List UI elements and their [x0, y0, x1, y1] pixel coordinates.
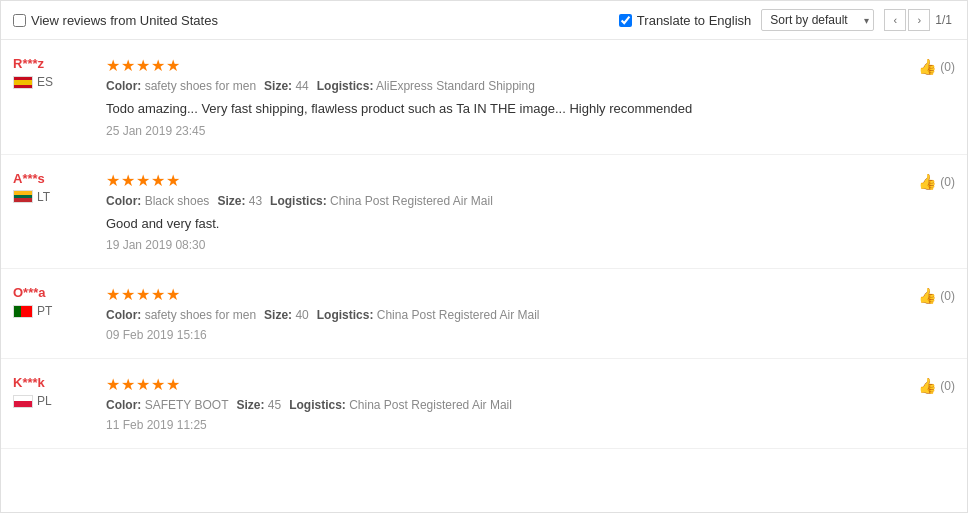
review-meta: Color: Black shoes Size: 43 Logistics: C…: [106, 194, 905, 208]
reviewer-country: PL: [13, 394, 98, 408]
review-meta: Color: SAFETY BOOT Size: 45 Logistics: C…: [106, 398, 905, 412]
toolbar-left: View reviews from United States: [13, 13, 619, 28]
size-label: Size: 40: [264, 308, 309, 322]
review-date: 09 Feb 2019 15:16: [106, 328, 905, 342]
like-button[interactable]: 👍 (0): [918, 287, 955, 305]
logistics-label: Logistics: AliExpress Standard Shipping: [317, 79, 535, 93]
reviewer-name: K***k: [13, 375, 98, 390]
star-4: ★: [151, 56, 165, 75]
sort-dropdown[interactable]: Sort by default Sort by time Sort by pos…: [761, 9, 874, 31]
star-2: ★: [121, 285, 135, 304]
next-page-button[interactable]: ›: [908, 9, 930, 31]
filter-checkbox[interactable]: [13, 14, 26, 27]
star-rating: ★★★★★: [106, 171, 905, 190]
star-1: ★: [106, 285, 120, 304]
translate-checkbox[interactable]: [619, 14, 632, 27]
star-2: ★: [121, 171, 135, 190]
like-button[interactable]: 👍 (0): [918, 377, 955, 395]
size-label: Size: 44: [264, 79, 309, 93]
like-area: 👍 (0): [905, 375, 955, 432]
like-area: 👍 (0): [905, 171, 955, 253]
flag-icon: [13, 395, 33, 408]
color-key: Color:: [106, 194, 141, 208]
logistics-label: Logistics: China Post Registered Air Mai…: [317, 308, 540, 322]
color-label: Color: safety shoes for men: [106, 79, 256, 93]
like-button[interactable]: 👍 (0): [918, 58, 955, 76]
thumb-icon: 👍: [918, 173, 937, 191]
translate-label[interactable]: Translate to English: [619, 13, 751, 28]
color-label: Color: Black shoes: [106, 194, 209, 208]
like-count: (0): [940, 289, 955, 303]
review-meta: Color: safety shoes for men Size: 40 Log…: [106, 308, 905, 322]
review-text: Good and very fast.: [106, 214, 905, 234]
star-5: ★: [166, 171, 180, 190]
size-label: Size: 43: [217, 194, 262, 208]
toolbar-right: Translate to English Sort by default Sor…: [619, 9, 955, 31]
like-button[interactable]: 👍 (0): [918, 173, 955, 191]
star-4: ★: [151, 171, 165, 190]
reviews-container: View reviews from United States Translat…: [0, 0, 968, 513]
logistics-label: Logistics: China Post Registered Air Mai…: [270, 194, 493, 208]
reviews-list: R***z ES ★★★★★ Color: safety shoes for m…: [1, 40, 967, 449]
logistics-key: Logistics:: [317, 79, 374, 93]
review-content: ★★★★★ Color: safety shoes for men Size: …: [98, 56, 905, 138]
prev-page-button[interactable]: ‹: [884, 9, 906, 31]
reviewer-name: A***s: [13, 171, 98, 186]
review-date: 19 Jan 2019 08:30: [106, 238, 905, 252]
reviewer-name: O***a: [13, 285, 98, 300]
reviewer-name: R***z: [13, 56, 98, 71]
reviewer-info: R***z ES: [13, 56, 98, 138]
review-item: K***k PL ★★★★★ Color: SAFETY BOOT Size: …: [1, 359, 967, 449]
logistics-label: Logistics: China Post Registered Air Mai…: [289, 398, 512, 412]
review-content: ★★★★★ Color: Black shoes Size: 43 Logist…: [98, 171, 905, 253]
star-3: ★: [136, 56, 150, 75]
reviewer-info: O***a PT: [13, 285, 98, 342]
country-code: LT: [37, 190, 50, 204]
thumb-icon: 👍: [918, 58, 937, 76]
star-4: ★: [151, 375, 165, 394]
review-item: O***a PT ★★★★★ Color: safety shoes for m…: [1, 269, 967, 359]
color-key: Color:: [106, 398, 141, 412]
like-area: 👍 (0): [905, 56, 955, 138]
color-key: Color:: [106, 79, 141, 93]
logistics-key: Logistics:: [270, 194, 327, 208]
review-text: Todo amazing... Very fast shipping, flaw…: [106, 99, 905, 119]
star-3: ★: [136, 375, 150, 394]
country-code: PL: [37, 394, 52, 408]
page-total: 1: [945, 13, 952, 27]
star-4: ★: [151, 285, 165, 304]
star-5: ★: [166, 285, 180, 304]
sort-wrapper: Sort by default Sort by time Sort by pos…: [761, 9, 874, 31]
star-2: ★: [121, 375, 135, 394]
color-label: Color: SAFETY BOOT: [106, 398, 228, 412]
star-1: ★: [106, 375, 120, 394]
reviewer-country: PT: [13, 304, 98, 318]
size-key: Size:: [264, 79, 292, 93]
filter-label[interactable]: View reviews from United States: [13, 13, 218, 28]
filter-text: View reviews from United States: [31, 13, 218, 28]
star-1: ★: [106, 171, 120, 190]
logistics-key: Logistics:: [317, 308, 374, 322]
like-count: (0): [940, 60, 955, 74]
star-3: ★: [136, 171, 150, 190]
reviewer-country: ES: [13, 75, 98, 89]
like-area: 👍 (0): [905, 285, 955, 342]
star-rating: ★★★★★: [106, 56, 905, 75]
thumb-icon: 👍: [918, 287, 937, 305]
flag-icon: [13, 305, 33, 318]
logistics-key: Logistics:: [289, 398, 346, 412]
flag-icon: [13, 190, 33, 203]
size-label: Size: 45: [236, 398, 281, 412]
color-key: Color:: [106, 308, 141, 322]
country-code: ES: [37, 75, 53, 89]
page-current: 1: [935, 13, 942, 27]
review-item: R***z ES ★★★★★ Color: safety shoes for m…: [1, 40, 967, 155]
size-key: Size:: [236, 398, 264, 412]
star-2: ★: [121, 56, 135, 75]
size-key: Size:: [264, 308, 292, 322]
reviewer-info: K***k PL: [13, 375, 98, 432]
like-count: (0): [940, 175, 955, 189]
review-date: 11 Feb 2019 11:25: [106, 418, 905, 432]
reviewer-info: A***s LT: [13, 171, 98, 253]
country-code: PT: [37, 304, 52, 318]
